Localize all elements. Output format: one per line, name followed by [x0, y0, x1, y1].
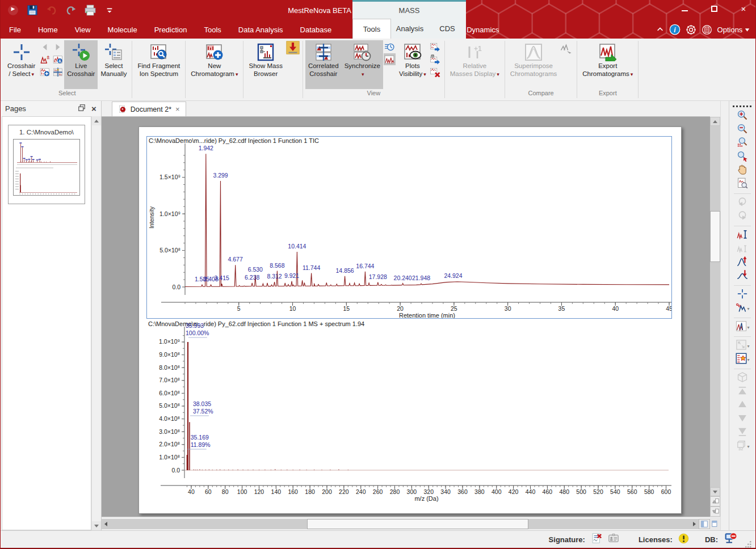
import-data-button[interactable] [285, 40, 300, 55]
superimpose-alt-button[interactable] [560, 40, 574, 55]
select-manually-button[interactable]: SelectManually [98, 40, 129, 89]
peak-picking-button[interactable]: ▾ [731, 302, 754, 315]
drag-handle[interactable] [731, 103, 754, 109]
minimize-button[interactable] [677, 2, 692, 15]
float-panel-icon[interactable] [78, 104, 86, 113]
tic-chromatogram-panel[interactable]: C:\MnovaDemo\m...ride) Py_62.cdf Injecti… [146, 136, 672, 319]
scroll-left-icon[interactable] [102, 519, 111, 529]
fit-intensity-button[interactable] [731, 242, 754, 256]
pages-scroll-up-icon[interactable] [92, 116, 101, 125]
find-fragment-ion-spectrum-button[interactable]: Find FragmentIon Spectrum [135, 40, 183, 89]
live-crosshair-button[interactable]: LiveCrosshair [64, 40, 98, 89]
settings-gear-icon[interactable] [686, 24, 696, 35]
horizontal-scrollbar[interactable] [102, 517, 710, 530]
menu-item-molecule[interactable]: Molecule [99, 20, 146, 39]
vertical-scroll-track[interactable] [710, 126, 720, 487]
next-page-icon[interactable] [710, 506, 720, 517]
history-back-button[interactable] [39, 41, 51, 53]
pan-hand-button[interactable] [731, 164, 754, 178]
scroll-down-icon[interactable] [710, 487, 720, 496]
mass-tab-analysis[interactable]: Analysis [391, 19, 429, 39]
page-thumbnail[interactable] [13, 139, 80, 196]
export-chromatograms-button[interactable]: ExportChromatograms▾ [579, 40, 636, 89]
vertical-scrollbar[interactable] [710, 101, 720, 530]
scroll-up-icon[interactable] [710, 117, 720, 126]
add-trace-button[interactable] [39, 66, 51, 78]
move-chromatogram-button[interactable] [430, 41, 442, 53]
scroll-right-icon[interactable] [690, 519, 699, 529]
signature-id-icon[interactable] [608, 533, 619, 546]
maximize-button[interactable] [707, 2, 721, 15]
db-disconnected-icon[interactable] [724, 531, 737, 547]
split-view-icon[interactable] [699, 519, 710, 529]
menu-item-database[interactable]: Database [292, 20, 341, 39]
data-table-button[interactable]: ▾ [731, 353, 754, 366]
sync-by-time-button[interactable] [384, 41, 396, 53]
send-to-back-button[interactable] [731, 426, 754, 440]
next-view-button[interactable] [731, 210, 754, 223]
lock-chromatogram-button[interactable] [430, 53, 442, 65]
increase-intensity-button[interactable] [731, 256, 754, 269]
crosshair-cursor-button[interactable] [731, 288, 754, 302]
bit-depth-32-button[interactable]: 32▾ [731, 440, 754, 453]
horizontal-scroll-track[interactable] [111, 519, 690, 529]
zoom-selection-button[interactable] [731, 137, 754, 150]
delete-chromatogram-button[interactable] [430, 66, 442, 78]
page-navigation-icon[interactable] [710, 517, 720, 530]
mass-tab-tools[interactable]: Tools [352, 19, 391, 39]
zoom-out-button[interactable] [731, 123, 754, 137]
relative-masses-display-button[interactable]: +1RelativeMasses Display▾ [447, 40, 502, 89]
move-forward-button[interactable] [731, 399, 754, 412]
document-tab[interactable]: Document 2* × [112, 102, 186, 116]
options-menu[interactable]: Options [717, 26, 750, 34]
mnova-logo-icon[interactable] [6, 3, 20, 17]
redo-icon[interactable] [64, 3, 78, 17]
save-icon[interactable] [26, 3, 39, 17]
quick-access-dropdown-icon[interactable] [103, 3, 116, 17]
undo-icon[interactable] [45, 3, 58, 17]
predict-compare-button[interactable]: ± [39, 53, 51, 65]
crosshair-select-button[interactable]: Crosshair/ Select▾ [5, 40, 38, 89]
align-plots-button[interactable] [52, 66, 64, 78]
previous-page-icon[interactable] [710, 496, 720, 506]
menu-item-home[interactable]: Home [30, 20, 66, 39]
bring-to-front-button[interactable] [731, 385, 754, 399]
menu-item-prediction[interactable]: Prediction [146, 20, 196, 39]
close-tab-icon[interactable]: × [175, 105, 180, 113]
menu-item-data-analysis[interactable]: Data Analysis [230, 20, 292, 39]
license-manager-icon[interactable] [702, 24, 712, 35]
page-list-item[interactable]: 1. C:\MnovaDemo\ [8, 125, 85, 204]
zoom-in-button[interactable] [731, 109, 754, 123]
menu-item-tools[interactable]: Tools [195, 20, 229, 39]
correlated-crosshair-button[interactable]: CorrelatedCrosshair [305, 40, 342, 89]
document-canvas[interactable]: C:\MnovaDemo\m...ride) Py_62.cdf Injecti… [102, 117, 710, 517]
decrease-intensity-button[interactable] [731, 269, 754, 283]
signature-invalid-icon[interactable] [591, 533, 602, 546]
document-page[interactable]: C:\MnovaDemo\m...ride) Py_62.cdf Injecti… [138, 126, 682, 514]
cube-3d-button[interactable] [731, 371, 754, 385]
new-chromatogram-button[interactable]: NewChromatogram▾ [188, 40, 241, 89]
synchronize-button[interactable]: Synchronize▾ [342, 40, 383, 89]
stacked-display-button[interactable]: ▾ [731, 320, 754, 334]
full-intensity-button[interactable] [731, 229, 754, 242]
previous-view-button[interactable] [731, 196, 754, 210]
mass-tab-cds[interactable]: CDS [429, 19, 466, 39]
info-icon[interactable]: i [669, 24, 681, 35]
history-forward-button[interactable] [52, 41, 64, 53]
superimpose-chromatograms-button[interactable]: SuperimposeChromatograms [507, 40, 560, 89]
vertical-scroll-thumb[interactable] [710, 211, 720, 262]
resize-grip[interactable] [745, 541, 752, 548]
horizontal-scroll-thumb[interactable] [307, 519, 528, 529]
close-panel-icon[interactable]: × [91, 104, 96, 113]
menu-item-view[interactable]: View [66, 20, 99, 39]
close-button[interactable]: × [736, 2, 751, 15]
pages-scrollbar[interactable] [91, 116, 101, 530]
print-icon[interactable] [83, 3, 97, 17]
show-mass-browser-button[interactable]: Show MassBrowser [246, 40, 285, 89]
collapse-ribbon-icon[interactable] [656, 26, 664, 33]
plots-visibility-button[interactable]: PlotsVisibility▾ [396, 40, 429, 89]
print-preview-button[interactable] [731, 178, 754, 191]
pages-scroll-down-icon[interactable] [92, 521, 101, 530]
ms-spectrum-panel[interactable]: C:\MnovaDemo\m...ride) Py_62.cdf Injecti… [146, 320, 672, 507]
mass-analysis-button[interactable]: & [52, 53, 64, 65]
